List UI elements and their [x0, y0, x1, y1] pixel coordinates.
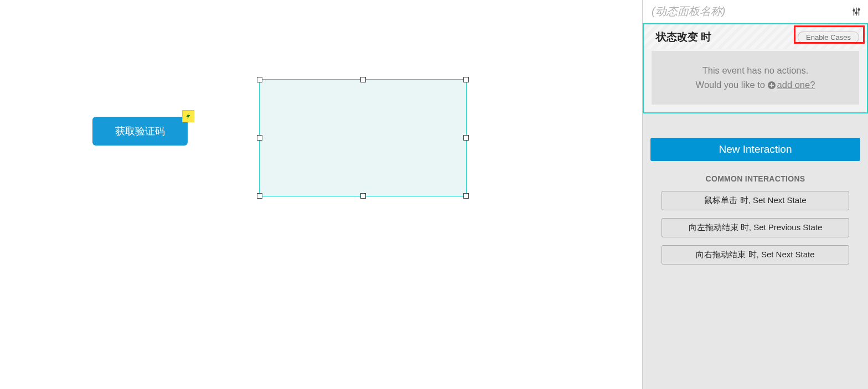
inspector-panel: (动态面板名称) 状态改变 时 Enable Cases: [642, 0, 868, 389]
panel-header: (动态面板名称): [643, 0, 868, 23]
event-empty-state: This event has no actions. Would you lik…: [652, 51, 859, 105]
resize-handle-e[interactable]: [463, 135, 469, 141]
svg-point-4: [856, 12, 857, 13]
resize-handle-s[interactable]: [360, 193, 366, 199]
add-one-prefix: Would you like to: [696, 80, 768, 90]
interaction-badge-icon: [182, 110, 194, 122]
settings-sliders-icon[interactable]: [851, 7, 861, 17]
no-actions-text: This event has no actions.: [659, 63, 851, 77]
add-one-row: Would you like to add one?: [659, 77, 851, 92]
event-state-change: 状态改变 时 Enable Cases This event has no ac…: [643, 23, 868, 113]
add-one-link[interactable]: add one?: [777, 80, 815, 90]
dynamic-panel-selection[interactable]: [259, 79, 467, 196]
resize-handle-nw[interactable]: [257, 77, 262, 82]
resize-handle-se[interactable]: [463, 193, 469, 199]
resize-handle-sw[interactable]: [257, 193, 262, 199]
event-title: 状态改变 时: [656, 30, 711, 44]
common-interaction-swipe-right-next-state[interactable]: 向右拖动结束 时, Set Next State: [662, 245, 849, 264]
verify-code-label: 获取验证码: [115, 125, 165, 138]
resize-handle-n[interactable]: [360, 77, 366, 82]
resize-handle-ne[interactable]: [463, 77, 469, 82]
common-interactions-header: COMMON INTERACTIONS: [643, 174, 868, 183]
canvas-area[interactable]: 获取验证码: [0, 0, 642, 389]
enable-cases-button[interactable]: Enable Cases: [798, 32, 859, 43]
resize-handle-w[interactable]: [257, 135, 262, 141]
common-interaction-swipe-left-prev-state[interactable]: 向左拖动结束 时, Set Previous State: [662, 218, 849, 237]
event-header[interactable]: 状态改变 时 Enable Cases: [644, 24, 867, 49]
plus-circle-icon: [768, 81, 776, 89]
svg-point-5: [858, 8, 860, 10]
svg-point-3: [853, 9, 855, 11]
new-interaction-button[interactable]: New Interaction: [650, 138, 860, 161]
common-interaction-click-next-state[interactable]: 鼠标单击 时, Set Next State: [662, 191, 849, 210]
panel-name-input[interactable]: (动态面板名称): [652, 4, 725, 19]
verify-code-button[interactable]: 获取验证码: [92, 117, 188, 146]
